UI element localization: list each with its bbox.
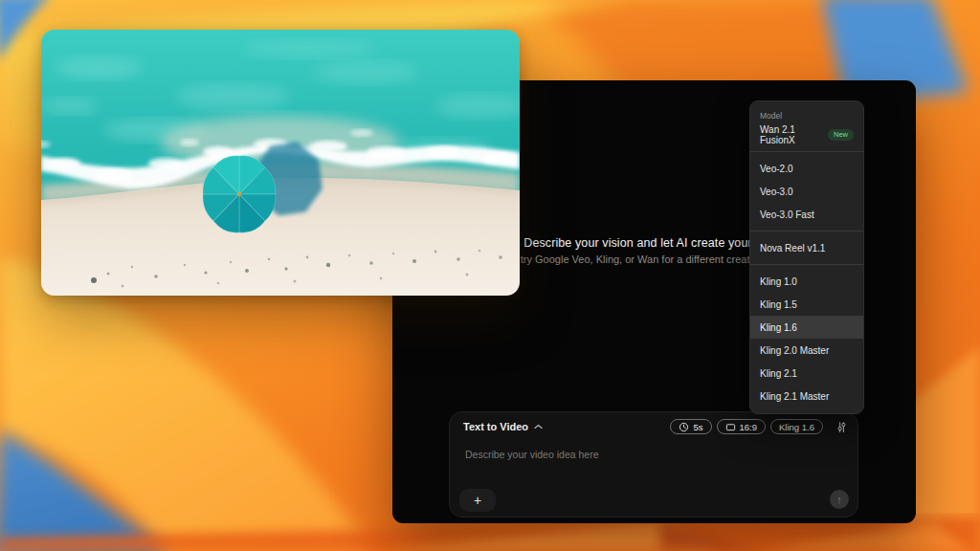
menu-divider (750, 151, 863, 152)
model-pill[interactable]: Kling 1.6 (770, 419, 823, 434)
aspect-ratio-icon (725, 422, 736, 432)
beach-umbrella (203, 156, 276, 233)
photo-preview-window[interactable] (41, 30, 520, 296)
menu-item-veo-30-fast[interactable]: Veo-3.0 Fast (750, 203, 863, 226)
mode-label: Text to Video (463, 421, 528, 432)
duration-pill[interactable]: 5s (670, 419, 711, 434)
prompt-input[interactable] (463, 447, 735, 483)
model-dropdown-menu: Model Wan 2.1 FusionX New Veo-2.0 Veo-3.… (749, 100, 864, 414)
menu-item-label: Wan 2.1 FusionX (760, 124, 828, 145)
menu-item-kling-21-master[interactable]: Kling 2.1 Master (750, 385, 863, 408)
send-button[interactable]: ↑ (830, 490, 849, 509)
model-pill-label: Kling 1.6 (779, 422, 814, 432)
prompt-composer: Text to Video 5s 16: (449, 411, 858, 518)
mode-toggle-text-to-video[interactable]: Text to Video (463, 421, 543, 432)
menu-item-nova-reel-v11[interactable]: Nova Reel v1.1 (750, 236, 863, 259)
menu-divider (750, 231, 863, 231)
new-badge: New (828, 129, 854, 141)
aspect-ratio-pill[interactable]: 16:9 (717, 419, 767, 434)
chevron-up-icon (534, 424, 543, 430)
clock-icon (679, 422, 689, 432)
settings-sliders-button[interactable] (835, 421, 848, 433)
beach-photo (41, 30, 520, 296)
menu-item-kling-10[interactable]: Kling 1.0 (750, 270, 863, 293)
menu-item-wan-21-fusionx[interactable]: Wan 2.1 FusionX New (750, 123, 863, 146)
menu-item-kling-21[interactable]: Kling 2.1 (750, 362, 863, 385)
menu-divider (750, 264, 863, 265)
model-menu-label: Model (750, 106, 863, 123)
aspect-ratio-pill-label: 16:9 (740, 422, 758, 432)
menu-item-kling-20-master[interactable]: Kling 2.0 Master (750, 339, 863, 362)
menu-item-kling-16-selected[interactable]: Kling 1.6 (750, 316, 863, 339)
sliders-icon (835, 421, 848, 433)
add-attachment-button[interactable]: + (459, 489, 496, 512)
menu-item-veo-30[interactable]: Veo-3.0 (750, 180, 863, 203)
menu-item-veo-20[interactable]: Veo-2.0 (750, 157, 863, 180)
menu-item-kling-15[interactable]: Kling 1.5 (750, 293, 863, 316)
duration-pill-label: 5s (693, 422, 702, 432)
